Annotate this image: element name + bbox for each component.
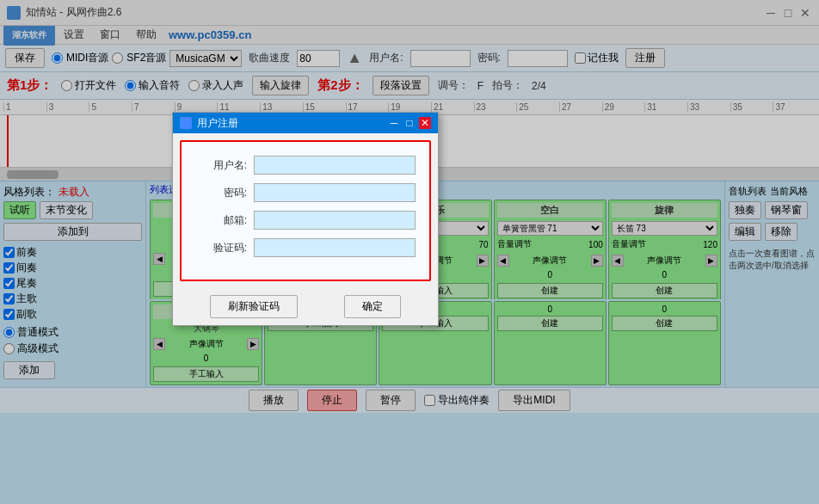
modal-icon [180, 117, 192, 129]
modal-captcha-input[interactable] [254, 238, 416, 257]
modal-captcha-label: 验证码: [195, 241, 247, 255]
confirm-button[interactable]: 确定 [344, 295, 401, 318]
modal-min-button[interactable]: ─ [388, 117, 400, 129]
modal-username-field: 用户名: [195, 156, 416, 175]
modal-password-field: 密码: [195, 183, 416, 202]
modal-max-button[interactable]: □ [403, 117, 416, 129]
refresh-captcha-button[interactable]: 刷新验证码 [210, 295, 298, 318]
modal-body: 用户名: 密码: 邮箱: 验证码: [180, 140, 431, 281]
modal-title-bar: 用户注册 ─ □ ✕ [173, 113, 438, 133]
modal-footer: 刷新验证码 确定 [173, 288, 438, 325]
modal-title: 用户注册 [197, 116, 238, 131]
modal-username-input[interactable] [254, 156, 416, 175]
modal-username-label: 用户名: [195, 158, 247, 173]
register-modal: 用户注册 ─ □ ✕ 用户名: 密码: 邮箱: [172, 112, 439, 326]
modal-email-label: 邮箱: [195, 213, 247, 228]
modal-email-input[interactable] [254, 211, 416, 230]
modal-password-input[interactable] [254, 183, 416, 202]
modal-password-label: 密码: [195, 186, 247, 200]
modal-overlay: 用户注册 ─ □ ✕ 用户名: 密码: 邮箱: [0, 0, 819, 504]
modal-captcha-field: 验证码: [195, 238, 416, 257]
modal-controls: ─ □ ✕ [388, 117, 431, 129]
modal-close-button[interactable]: ✕ [419, 117, 431, 129]
modal-email-field: 邮箱: [195, 211, 416, 230]
